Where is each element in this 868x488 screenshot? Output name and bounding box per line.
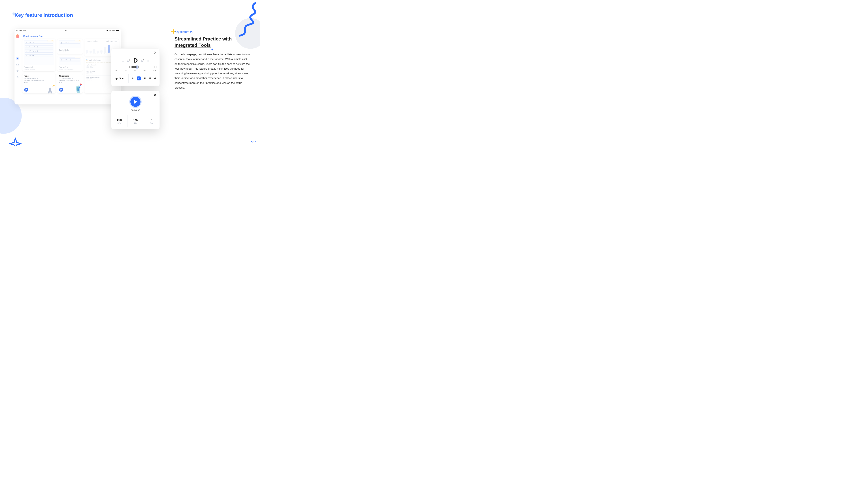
tuner-card[interactable]: Tuner Our metronome has an adjustable te…: [23, 73, 56, 93]
svg-point-6: [17, 76, 18, 77]
tuner-start-button[interactable]: Start: [112, 74, 129, 83]
sparkle-icon: [9, 137, 22, 147]
song-composer: Ludwig van Beethoven: [59, 68, 81, 70]
song-card-big[interactable]: Level 2 𝄞 ♩♪♩♫♩ ♩♪ 𝄞 ♫♩♩ ♪♩♫ 𝄞 ♩♫♪♩ ♩♫ 𝄞…: [23, 39, 56, 71]
note-far-right: E: [147, 59, 149, 63]
greeting: Good evening, Amy!: [23, 35, 119, 37]
tablet-mockup: 9:41 Mon Jun 6 ••• 100%: [14, 29, 121, 104]
close-button[interactable]: [153, 51, 157, 55]
status-dots: •••: [65, 30, 67, 31]
song-composer: Johann Pachelbel: [24, 68, 54, 70]
play-button[interactable]: [59, 88, 63, 92]
song-title: Jingle Bells: [59, 49, 81, 51]
ts-value: 1/4: [133, 118, 137, 122]
tuner-title: Tuner: [24, 75, 54, 77]
tuner-letter[interactable]: D: [144, 77, 146, 80]
tone-value: ♫: [150, 118, 153, 122]
play-button[interactable]: [24, 88, 28, 92]
scale-num: +10: [143, 70, 146, 72]
song-composer: James L. Pierpont: [59, 51, 81, 53]
tuning-fork-icon: [44, 83, 56, 93]
sheet-preview: 𝄞 ♩♩♩ ♩♩♩: [59, 40, 81, 48]
feature-tag: Key feature #2: [175, 30, 250, 34]
metronome-icon: [72, 83, 83, 93]
tuner-letter[interactable]: E: [149, 77, 151, 80]
gear-icon[interactable]: [16, 75, 19, 78]
song-title: Ode to Joy: [59, 66, 81, 68]
home-icon[interactable]: [16, 57, 19, 60]
metronome-title: Metronome: [59, 75, 81, 77]
day-label: Wed: [93, 53, 96, 55]
metronome-popup: 00:00:35 100 BPM 1/4 T.S. ♫ Tone: [111, 91, 160, 129]
signal-icon: [106, 30, 108, 31]
bpm-value: 100: [117, 118, 122, 122]
metronome-card[interactable]: Metronome Our metronome has an adjustabl…: [57, 73, 83, 93]
page-number: 5/10: [251, 141, 256, 144]
battery-icon: [116, 30, 119, 31]
tuner-desc: Our metronome has an adjustable tempo fr…: [24, 78, 44, 83]
svg-rect-1: [107, 30, 107, 31]
note-near-right: D#: [141, 59, 144, 63]
feature-description-column: Key feature #2 Streamlined Practice with…: [175, 30, 250, 90]
metronome-timer: 00:00:35: [112, 109, 159, 112]
time-sig-cell[interactable]: 1/4 T.S.: [127, 115, 144, 127]
level-badge: Level 2: [48, 40, 54, 42]
wifi-icon: [109, 30, 111, 31]
feature-headline: Streamlined Practice with Integrated Too…: [175, 36, 250, 48]
close-button[interactable]: [153, 93, 157, 97]
scale-num: -10: [125, 70, 127, 72]
day-label: Tue: [90, 53, 92, 55]
tuner-indicator: [137, 66, 137, 69]
tuner-popup: C C# D D# E -20 -10 0 +10 +20 Start A C …: [111, 48, 160, 87]
svg-rect-2: [107, 30, 107, 31]
history-icon[interactable]: [16, 69, 19, 72]
tuner-letter[interactable]: A: [132, 77, 134, 80]
day-label: Mon: [86, 53, 88, 55]
scale-num: +20: [153, 70, 156, 72]
scale-num: -20: [115, 70, 117, 72]
song-title: Canon in D: [24, 66, 54, 68]
sidebar: [14, 33, 21, 104]
book-icon[interactable]: [16, 63, 19, 66]
tuner-letter-selected[interactable]: C: [137, 76, 141, 80]
ts-label: T.S.: [134, 122, 137, 124]
level-badge: Level 1: [74, 57, 81, 59]
sheet-preview: 𝄞 ♩♩♪♩ ♫: [59, 58, 81, 65]
page-title: Key feature introduction: [14, 12, 73, 18]
tracker-title: Practice Tracker: [86, 40, 98, 42]
tone-cell[interactable]: ♫ Tone: [144, 115, 159, 127]
tuner-note-row: C C# D D# E: [112, 56, 159, 63]
tone-label: Tone: [150, 122, 153, 124]
song-card-small[interactable]: Level 1 𝄞 ♩♩♩ ♩♩♩ Jingle Bells James L. …: [57, 39, 83, 54]
scale-num: 0: [134, 70, 135, 72]
bpm-label: BPM: [118, 122, 121, 124]
metronome-desc: Our metronome has an adjustable tempo fr…: [59, 78, 79, 83]
badge-icon: 🏅: [86, 59, 88, 61]
note-near-left: C#: [127, 59, 130, 63]
svg-rect-5: [119, 30, 119, 31]
headline-line2: Integrated Tools: [175, 42, 211, 48]
tuner-letter-row: A C D E G: [129, 74, 159, 83]
tracker-date: Feb 9-15, 2024: [106, 40, 117, 42]
status-time: 9:41 Mon Jun 6: [16, 30, 26, 31]
mic-icon: [115, 77, 118, 80]
battery-pct: 100%: [112, 30, 115, 31]
svg-point-9: [80, 84, 82, 85]
status-bar: 9:41 Mon Jun 6 ••• 100%: [14, 29, 121, 32]
feature-body: On the homepage, practitioners have imme…: [175, 52, 250, 90]
play-button[interactable]: [130, 97, 141, 107]
home-indicator: [44, 103, 57, 103]
start-label: Start: [119, 77, 125, 80]
bpm-cell[interactable]: 100 BPM: [112, 115, 127, 127]
song-card-small[interactable]: Level 1 𝄞 ♩♩♪♩ ♫ Ode to Joy Ludwig van B…: [57, 56, 83, 71]
day-label: Sun: [107, 53, 110, 55]
day-label: Fri: [101, 53, 102, 55]
day-label: Thu: [97, 53, 99, 55]
day-label: Sat: [104, 53, 106, 55]
svg-rect-4: [116, 30, 119, 31]
svg-rect-3: [108, 30, 108, 31]
note-far-left: C: [122, 59, 124, 63]
tuner-letter[interactable]: G: [154, 77, 156, 80]
avatar[interactable]: [16, 34, 19, 38]
challenge-title: Daily Challenge: [89, 59, 101, 61]
